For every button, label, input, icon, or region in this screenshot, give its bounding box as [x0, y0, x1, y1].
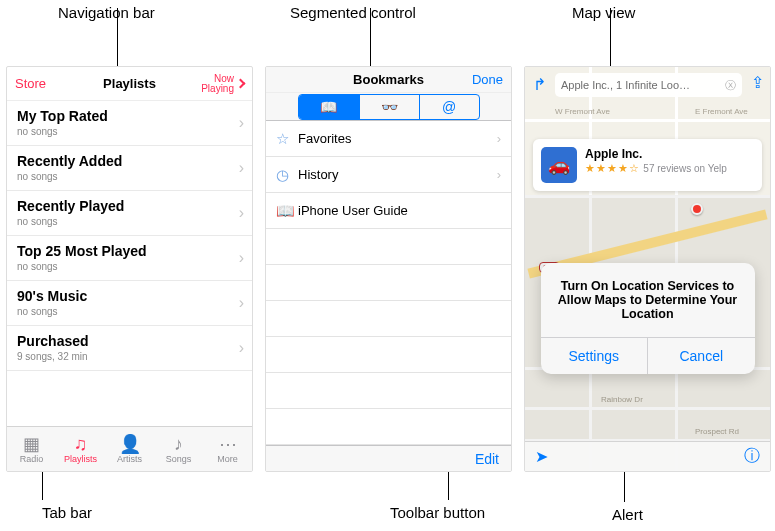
- tab-more[interactable]: ⋯More: [203, 427, 252, 471]
- playlist-row[interactable]: Top 25 Most Playedno songs›: [7, 236, 252, 281]
- edit-button[interactable]: Edit: [475, 451, 499, 467]
- playlist-name: Recently Played: [17, 198, 242, 214]
- nav-title: Playlists: [103, 76, 156, 91]
- callout-alert: Alert: [612, 506, 643, 523]
- music-app-screen: Store Playlists NowPlaying My Top Ratedn…: [6, 66, 253, 472]
- toolbar: Edit: [266, 445, 511, 471]
- artists-icon: 👤: [119, 435, 141, 453]
- tab-artists[interactable]: 👤Artists: [105, 427, 154, 471]
- search-field[interactable]: Apple Inc., 1 Infinite Loo… ⓧ: [555, 73, 742, 97]
- playlist-name: Recently Added: [17, 153, 242, 169]
- at-icon: @: [442, 99, 456, 115]
- share-icon[interactable]: ⇪: [751, 73, 764, 92]
- star-icon: ☆: [276, 130, 298, 148]
- map-view[interactable]: W Fremont Ave E Fremont Ave W Homestead …: [525, 67, 770, 471]
- search-text: Apple Inc., 1 Infinite Loo…: [561, 79, 725, 91]
- bookmark-row[interactable]: 📖iPhone User Guide: [266, 193, 511, 229]
- glasses-icon: 👓: [381, 99, 398, 115]
- chevron-right-icon: ›: [497, 131, 501, 146]
- playlist-row[interactable]: 90's Musicno songs›: [7, 281, 252, 326]
- playlist-sub: no songs: [17, 261, 242, 272]
- tab-radio[interactable]: ▦Radio: [7, 427, 56, 471]
- playlist-row[interactable]: My Top Ratedno songs›: [7, 101, 252, 146]
- playlist-name: Purchased: [17, 333, 242, 349]
- callout-segmented: Segmented control: [290, 4, 416, 21]
- info-icon[interactable]: ⓘ: [744, 446, 760, 467]
- playlist-row[interactable]: Purchased9 songs, 32 min›: [7, 326, 252, 371]
- tab-label: Radio: [20, 454, 44, 464]
- bookmark-row[interactable]: ◷History›: [266, 157, 511, 193]
- directions-icon[interactable]: ↱: [533, 75, 546, 94]
- bookmark-list: ☆Favorites›◷History›📖iPhone User Guide: [266, 121, 511, 445]
- playlist-row[interactable]: Recently Addedno songs›: [7, 146, 252, 191]
- tab-songs[interactable]: ♪Songs: [154, 427, 203, 471]
- tab-label: Playlists: [64, 454, 97, 464]
- callout-map-view: Map view: [572, 4, 635, 21]
- bookmark-label: History: [298, 167, 338, 182]
- road-label: W Fremont Ave: [555, 107, 610, 116]
- playlist-sub: no songs: [17, 216, 242, 227]
- chevron-right-icon: ›: [239, 339, 244, 357]
- done-button[interactable]: Done: [472, 72, 503, 87]
- clock-icon: ◷: [276, 166, 298, 184]
- store-button[interactable]: Store: [15, 76, 46, 91]
- place-card[interactable]: 🚗 Apple Inc. ★★★★☆ 57 reviews on Yelp: [533, 139, 762, 191]
- radio-icon: ▦: [23, 435, 40, 453]
- book-icon: 📖: [320, 99, 337, 115]
- chevron-right-icon: ›: [239, 249, 244, 267]
- alert-cancel-button[interactable]: Cancel: [647, 338, 755, 374]
- playlist-row[interactable]: Recently Playedno songs›: [7, 191, 252, 236]
- now-playing-button[interactable]: NowPlaying: [184, 74, 244, 94]
- playlist-name: 90's Music: [17, 288, 242, 304]
- chevron-right-icon: ›: [497, 167, 501, 182]
- playlists-icon: ♫: [74, 435, 88, 453]
- tab-bar: ▦Radio♫Playlists👤Artists♪Songs⋯More: [7, 426, 252, 471]
- callout-toolbar-btn: Toolbar button: [390, 504, 485, 521]
- car-icon: 🚗: [541, 147, 577, 183]
- playlist-sub: no songs: [17, 126, 242, 137]
- playlist-name: Top 25 Most Played: [17, 243, 242, 259]
- maps-screen: W Fremont Ave E Fremont Ave W Homestead …: [524, 66, 771, 472]
- bookmark-row[interactable]: ☆Favorites›: [266, 121, 511, 157]
- callout-nav-bar: Navigation bar: [58, 4, 155, 21]
- playlist-sub: no songs: [17, 306, 242, 317]
- bookmark-label: Favorites: [298, 131, 351, 146]
- review-count: 57 reviews on Yelp: [643, 163, 726, 174]
- tab-label: Artists: [117, 454, 142, 464]
- segment-at-icon[interactable]: @: [419, 95, 479, 119]
- clear-icon[interactable]: ⓧ: [725, 78, 736, 93]
- songs-icon: ♪: [174, 435, 183, 453]
- chevron-right-icon: ›: [239, 159, 244, 177]
- chevron-right-icon: [236, 79, 246, 89]
- chevron-right-icon: ›: [239, 114, 244, 132]
- map-toolbar: ➤ ⓘ: [525, 441, 770, 471]
- nav-title: Bookmarks: [353, 72, 424, 87]
- callout-tab-bar: Tab bar: [42, 504, 92, 521]
- tab-label: More: [217, 454, 238, 464]
- navigation-bar: Store Playlists NowPlaying: [7, 67, 252, 101]
- playlist-list: My Top Ratedno songs›Recently Addedno so…: [7, 101, 252, 426]
- segment-glasses-icon[interactable]: 👓: [359, 95, 419, 119]
- chevron-right-icon: ›: [239, 294, 244, 312]
- book-icon: 📖: [276, 202, 298, 220]
- playlist-sub: 9 songs, 32 min: [17, 351, 242, 362]
- playlist-name: My Top Rated: [17, 108, 242, 124]
- more-icon: ⋯: [219, 435, 237, 453]
- navigation-bar: Bookmarks Done: [266, 67, 511, 93]
- star-rating: ★★★★☆: [585, 162, 640, 174]
- segmented-control: 📖👓@: [266, 93, 511, 122]
- place-name: Apple Inc.: [585, 147, 727, 161]
- tab-playlists[interactable]: ♫Playlists: [56, 427, 105, 471]
- bookmarks-screen: Bookmarks Done 📖👓@ ☆Favorites›◷History›📖…: [265, 66, 512, 472]
- tab-label: Songs: [166, 454, 192, 464]
- chevron-right-icon: ›: [239, 204, 244, 222]
- bookmark-label: iPhone User Guide: [298, 203, 408, 218]
- playlist-sub: no songs: [17, 171, 242, 182]
- alert-message: Turn On Location Services to Allow Maps …: [541, 263, 755, 337]
- locate-icon[interactable]: ➤: [535, 447, 548, 466]
- road-label: E Fremont Ave: [695, 107, 748, 116]
- alert-settings-button[interactable]: Settings: [541, 338, 648, 374]
- segment-book-icon[interactable]: 📖: [299, 95, 359, 119]
- alert-overlay: Turn On Location Services to Allow Maps …: [525, 195, 770, 441]
- alert: Turn On Location Services to Allow Maps …: [541, 263, 755, 374]
